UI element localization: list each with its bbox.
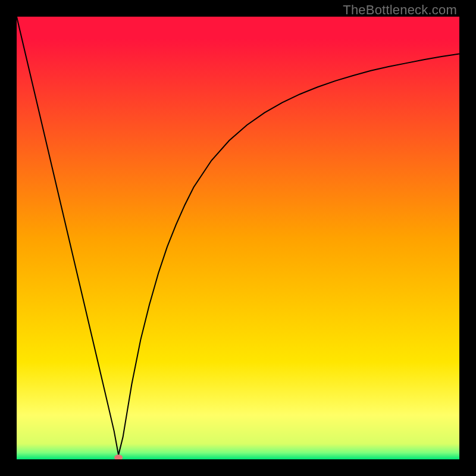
watermark-text: TheBottleneck.com	[343, 2, 457, 18]
chart-frame	[17, 17, 459, 459]
chart-canvas	[17, 17, 459, 459]
chart-background	[17, 17, 459, 459]
